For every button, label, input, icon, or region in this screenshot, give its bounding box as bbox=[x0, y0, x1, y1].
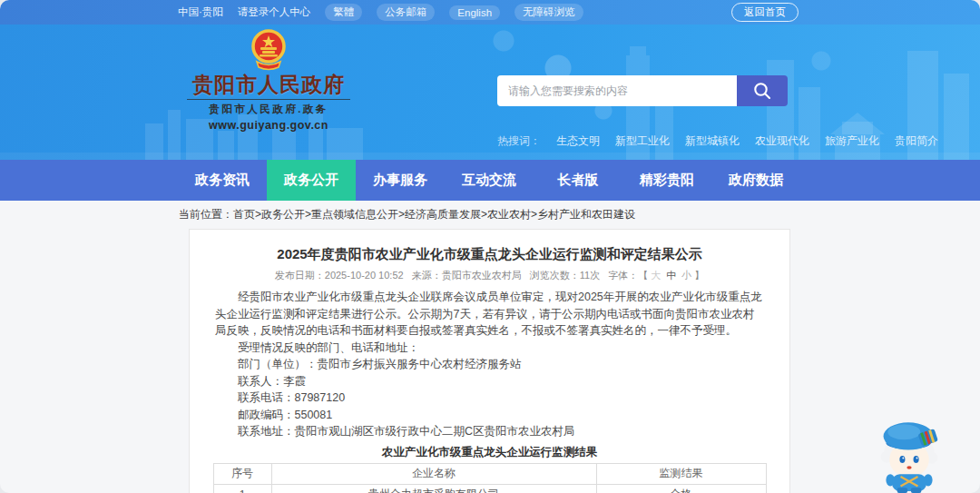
nav-tab-zhengwu-zixun[interactable]: 政务资讯 bbox=[178, 160, 267, 201]
header-company-name: 企业名称 bbox=[271, 463, 596, 484]
cell-serial: 1 bbox=[213, 484, 271, 493]
hot-word-guiyang-intro[interactable]: 贵阳简介 bbox=[895, 133, 938, 149]
hot-word-tourism[interactable]: 旅游产业化 bbox=[825, 133, 879, 149]
national-emblem-icon bbox=[248, 28, 289, 74]
link-accessibility[interactable]: 无障碍浏览 bbox=[514, 4, 583, 21]
breadcrumb-path[interactable]: 首页>政务公开>重点领域信息公开>经济高质量发展>农业农村>乡村产业和农田建设 bbox=[233, 207, 635, 222]
mascot-assistant[interactable] bbox=[866, 410, 953, 493]
monitoring-result-table: 序号 企业名称 监测结果 1 贵州合力超市采购有限公司 合格 2 贵州友禾种业有… bbox=[213, 463, 767, 493]
site-subtitle: 贵阳市人民政府.政务 bbox=[178, 103, 359, 116]
primary-nav: 政务资讯 政务公开 办事服务 互动交流 长者版 精彩贵阳 政府数据 bbox=[0, 160, 980, 201]
table-header-row: 序号 企业名称 监测结果 bbox=[213, 463, 766, 484]
paragraph-contact-person: 联系人：李霞 bbox=[215, 373, 764, 390]
article-card: 2025年度贵阳市农业产业化市级重点龙头企业运行监测和评定结果公示 发布日期：2… bbox=[189, 229, 790, 493]
search-bar bbox=[497, 75, 788, 106]
paragraph-phone: 联系电话：87987120 bbox=[215, 389, 764, 407]
link-english[interactable]: English bbox=[449, 5, 500, 20]
article-body: 经贵阳市农业产业化市级重点龙头企业联席会议成员单位审定，现对2025年开展的农业… bbox=[190, 289, 789, 440]
nav-tab-zhengwu-gongkai[interactable]: 政务公开 bbox=[267, 160, 356, 201]
article-title: 2025年度贵阳市农业产业化市级重点龙头企业运行监测和评定结果公示 bbox=[190, 245, 789, 262]
nav-tab-jingcai-guiyang[interactable]: 精彩贵阳 bbox=[622, 160, 711, 201]
font-size-label: 字体：【 bbox=[608, 270, 648, 281]
nav-tab-banshi-fuwu[interactable]: 办事服务 bbox=[356, 160, 445, 201]
paragraph-department: 部门（单位）：贵阳市乡村振兴服务中心农村经济服务站 bbox=[215, 356, 764, 373]
paragraph-postcode: 邮政编码：550081 bbox=[215, 407, 764, 424]
paragraph-contact-intro: 受理情况反映的部门、电话和地址： bbox=[215, 340, 764, 357]
hot-search-row: 热搜词： 生态文明 新型工业化 新型城镇化 农业现代化 旅游产业化 贵阳简介 bbox=[497, 133, 938, 149]
top-utility-bar-inner: 中国·贵阳 请登录个人中心 繁體 公务邮箱 English 无障碍浏览 返回首页 bbox=[178, 3, 799, 22]
search-icon bbox=[752, 81, 772, 101]
site-title: 贵阳市人民政府 bbox=[178, 74, 359, 96]
font-size-large-button[interactable]: 大 bbox=[651, 270, 661, 281]
site-logo-block[interactable]: 贵阳市人民政府 贵阳市人民政府.政务 www.guiyang.gov.cn bbox=[178, 28, 359, 132]
back-to-home-button[interactable]: 返回首页 bbox=[731, 3, 799, 22]
hot-search-label: 热搜词： bbox=[497, 133, 541, 149]
header-serial-no: 序号 bbox=[213, 463, 271, 484]
font-size-label-close: 】 bbox=[694, 270, 704, 281]
hot-word-agriculture[interactable]: 农业现代化 bbox=[755, 133, 809, 149]
hot-word-ecology[interactable]: 生态文明 bbox=[556, 133, 600, 149]
cell-company: 贵州合力超市采购有限公司 bbox=[271, 484, 596, 493]
breadcrumb-label: 当前位置： bbox=[179, 207, 233, 222]
site-url: www.guiyang.gov.cn bbox=[178, 119, 359, 132]
link-official-mail[interactable]: 公务邮箱 bbox=[377, 4, 435, 21]
paragraph-announcement: 经贵阳市农业产业化市级重点龙头企业联席会议成员单位审定，现对2025年开展的农业… bbox=[215, 289, 764, 340]
nav-tab-zhangzheban[interactable]: 长者版 bbox=[534, 160, 622, 201]
font-size-small-button[interactable]: 小 bbox=[681, 270, 691, 281]
search-input[interactable] bbox=[497, 75, 737, 106]
nav-tab-zhengfu-shuju[interactable]: 政府数据 bbox=[711, 160, 800, 201]
result-table-caption: 农业产业化市级重点龙头企业运行监测结果 bbox=[190, 444, 789, 460]
article-meta: 发布日期：2025-10-20 10:52 来源：贵阳市农业农村局 浏览次数：1… bbox=[190, 269, 789, 282]
site-title-divider bbox=[187, 99, 350, 100]
hot-word-urbanization[interactable]: 新型城镇化 bbox=[685, 133, 740, 149]
table-row: 1 贵州合力超市采购有限公司 合格 bbox=[213, 484, 766, 493]
site-banner: 贵阳市人民政府 贵阳市人民政府.政务 www.guiyang.gov.cn 热搜… bbox=[0, 25, 980, 160]
breadcrumb: 当前位置： 首页>政务公开>重点领域信息公开>经济高质量发展>农业农村>乡村产业… bbox=[0, 201, 980, 228]
top-utility-bar: 中国·贵阳 请登录个人中心 繁體 公务邮箱 English 无障碍浏览 返回首页 bbox=[0, 0, 980, 25]
paragraph-address: 联系地址：贵阳市观山湖区市级行政中心二期C区贵阳市农业农村局 bbox=[215, 423, 764, 440]
hot-word-industrialization[interactable]: 新型工业化 bbox=[615, 133, 670, 149]
view-count: 浏览次数：11次 bbox=[530, 270, 600, 281]
search-button[interactable] bbox=[737, 75, 788, 106]
header-result: 监测结果 bbox=[596, 463, 766, 484]
nav-tab-hudong-jiaoliu[interactable]: 互动交流 bbox=[445, 160, 534, 201]
font-size-medium-button[interactable]: 中 bbox=[666, 270, 676, 281]
link-login-personal-center[interactable]: 请登录个人中心 bbox=[238, 5, 311, 19]
cell-result: 合格 bbox=[596, 484, 766, 493]
link-china-guiyang[interactable]: 中国·贵阳 bbox=[178, 5, 223, 19]
link-traditional-chinese[interactable]: 繁體 bbox=[325, 4, 362, 21]
publish-date: 发布日期：2025-10-20 10:52 bbox=[275, 270, 404, 281]
browser-page: 中国·贵阳 请登录个人中心 繁體 公务邮箱 English 无障碍浏览 返回首页 bbox=[0, 0, 980, 493]
article-source: 来源：贵阳市农业农村局 bbox=[412, 270, 522, 281]
